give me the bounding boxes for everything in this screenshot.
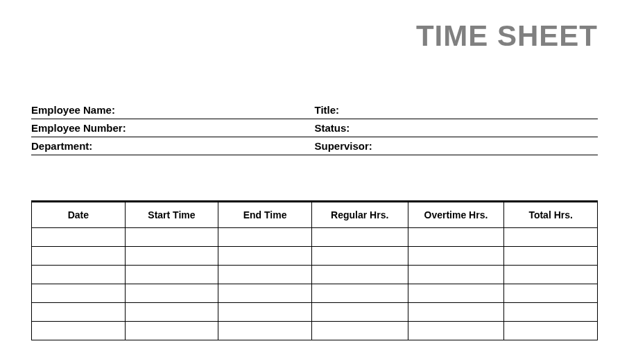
table-row: [32, 266, 598, 284]
table-row: [32, 322, 598, 340]
cell-start-time: [125, 247, 218, 266]
supervisor-label: Supervisor:: [315, 140, 598, 152]
cell-overtime-hrs: [408, 284, 504, 303]
header-regular-hrs: Regular Hrs.: [311, 202, 408, 228]
info-row-1: Employee Name: Title:: [31, 101, 598, 119]
cell-regular-hrs: [311, 228, 408, 247]
header-start-time: Start Time: [125, 202, 218, 228]
employee-info-section: Employee Name: Title: Employee Number: S…: [31, 101, 598, 155]
cell-total-hrs: [504, 228, 598, 247]
timesheet-table: Date Start Time End Time Regular Hrs. Ov…: [31, 200, 598, 340]
header-date: Date: [32, 202, 126, 228]
header-total-hrs: Total Hrs.: [504, 202, 598, 228]
cell-total-hrs: [504, 284, 598, 303]
cell-total-hrs: [504, 322, 598, 340]
cell-overtime-hrs: [408, 303, 504, 322]
header-end-time: End Time: [218, 202, 312, 228]
info-row-2: Employee Number: Status:: [31, 119, 598, 137]
table-row: [32, 284, 598, 303]
employee-name-label: Employee Name:: [31, 104, 315, 116]
cell-end-time: [218, 247, 312, 266]
cell-end-time: [218, 322, 312, 340]
document-title: TIME SHEET: [31, 19, 598, 53]
info-row-3: Department: Supervisor:: [31, 137, 598, 155]
cell-regular-hrs: [311, 322, 408, 340]
status-label: Status:: [315, 122, 598, 134]
cell-total-hrs: [504, 266, 598, 284]
employee-number-label: Employee Number:: [31, 122, 315, 134]
cell-start-time: [125, 266, 218, 284]
cell-overtime-hrs: [408, 322, 504, 340]
cell-total-hrs: [504, 247, 598, 266]
cell-overtime-hrs: [408, 228, 504, 247]
cell-end-time: [218, 228, 312, 247]
cell-end-time: [218, 303, 312, 322]
cell-total-hrs: [504, 303, 598, 322]
cell-end-time: [218, 266, 312, 284]
cell-regular-hrs: [311, 284, 408, 303]
cell-regular-hrs: [311, 303, 408, 322]
table-row: [32, 303, 598, 322]
cell-overtime-hrs: [408, 266, 504, 284]
cell-date: [32, 322, 126, 340]
cell-start-time: [125, 303, 218, 322]
cell-date: [32, 303, 126, 322]
cell-date: [32, 247, 126, 266]
cell-date: [32, 284, 126, 303]
cell-start-time: [125, 284, 218, 303]
title-label: Title:: [315, 104, 598, 116]
cell-date: [32, 228, 126, 247]
cell-regular-hrs: [311, 247, 408, 266]
table-row: [32, 228, 598, 247]
table-header-row: Date Start Time End Time Regular Hrs. Ov…: [32, 202, 598, 228]
cell-start-time: [125, 322, 218, 340]
cell-end-time: [218, 284, 312, 303]
timesheet-table-container: Date Start Time End Time Regular Hrs. Ov…: [31, 200, 598, 340]
table-row: [32, 247, 598, 266]
header-overtime-hrs: Overtime Hrs.: [408, 202, 504, 228]
cell-date: [32, 266, 126, 284]
cell-regular-hrs: [311, 266, 408, 284]
department-label: Department:: [31, 140, 315, 152]
cell-overtime-hrs: [408, 247, 504, 266]
cell-start-time: [125, 228, 218, 247]
